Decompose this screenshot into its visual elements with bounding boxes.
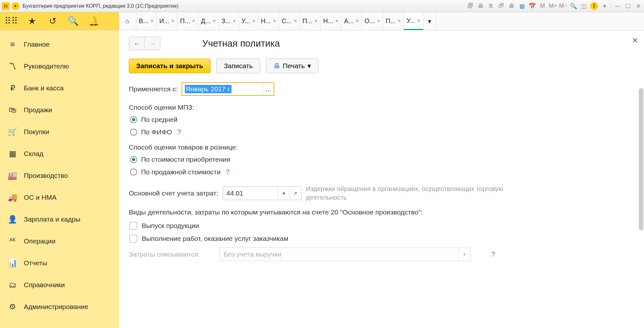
sidebar-label: Склад (24, 150, 43, 158)
tab-close-icon[interactable]: × (252, 18, 255, 24)
tab-1[interactable]: И...× (157, 12, 178, 30)
tab-close-icon[interactable]: × (355, 18, 359, 24)
scrollbar[interactable] (639, 88, 643, 325)
memory-mplus-icon[interactable]: M+ (549, 2, 557, 10)
sidebar-item-4[interactable]: 🛒Покупки (0, 121, 119, 143)
retail-cost-option[interactable]: По стоимости приобретения (129, 156, 634, 163)
info-icon[interactable]: i (590, 2, 598, 10)
apps-grid-icon[interactable]: ⠿⠿ (6, 16, 17, 27)
chk-output-option[interactable]: Выпуск продукции (129, 222, 634, 230)
tab-close-icon[interactable]: × (294, 18, 297, 24)
tab-10[interactable]: А...× (341, 12, 362, 30)
sidebar-item-6[interactable]: 🏭Производство (0, 165, 119, 187)
sidebar-item-8[interactable]: 👤Зарплата и кадры (0, 208, 119, 230)
print-button[interactable]: 🖶 Печать ▾ (266, 59, 318, 73)
mpz-avg-option[interactable]: По средней (129, 116, 634, 123)
sidebar-item-12[interactable]: ⚙Администрирование (0, 296, 119, 318)
history-icon[interactable]: ↺ (47, 16, 58, 27)
memory-mminus-icon[interactable]: M− (559, 2, 567, 10)
tab-label: Д... (201, 17, 211, 25)
help-icon[interactable]: ? (491, 250, 495, 259)
panel-icon[interactable]: ◫ (580, 2, 588, 10)
tab-8[interactable]: П...× (300, 12, 321, 30)
checkbox-icon (129, 222, 137, 230)
sidebar-item-7[interactable]: 🚚ОС и НМА (0, 187, 119, 208)
tab-4[interactable]: З...× (219, 12, 239, 30)
tab-close-icon[interactable]: × (377, 18, 380, 24)
tab-close-icon[interactable]: × (398, 18, 401, 24)
tab-7[interactable]: С...× (279, 12, 300, 30)
account-open-button[interactable]: ↗ (289, 187, 301, 200)
app-menu-button[interactable]: ▼ (12, 2, 19, 10)
account-field[interactable]: 44.01 ▾ ↗ (223, 187, 301, 200)
sidebar-item-3[interactable]: 🛍Продажи (0, 99, 119, 121)
calendar-icon[interactable]: 📅 (528, 2, 536, 10)
tab-close-icon[interactable]: × (273, 18, 276, 24)
mpz-fifo-option[interactable]: По ФИФО ? (129, 128, 634, 136)
date-picker-button[interactable]: … (263, 83, 274, 95)
tab-12[interactable]: П...× (383, 12, 404, 30)
retail-sale-option[interactable]: По продажной стоимости ? (129, 168, 634, 176)
tab-6[interactable]: Н...× (258, 12, 279, 30)
account-hint: Издержки обращения в организациях, осуще… (306, 185, 506, 202)
sidebar-label: Покупки (24, 128, 49, 136)
tab-close-icon[interactable]: × (171, 18, 175, 24)
save-button[interactable]: Записать (216, 59, 260, 73)
close-window-icon[interactable]: ✕ (634, 2, 642, 10)
tabs-overflow-button[interactable]: ▾ (423, 12, 436, 30)
sidebar-label: Производство (24, 172, 68, 179)
nav-forward-button[interactable]: → (145, 37, 160, 50)
help-icon[interactable]: ? (226, 168, 230, 176)
notifications-icon[interactable]: 🔔 (88, 16, 99, 27)
nav-back-button[interactable]: ← (129, 37, 145, 50)
sidebar-icon: 🚚 (8, 193, 17, 202)
sidebar-label: Зарплата и кадры (24, 215, 80, 223)
chk-services-label: Выполнение работ, оказание услуг заказчи… (142, 235, 288, 242)
tab-close-icon[interactable]: × (314, 18, 318, 24)
tab-close-icon[interactable]: × (417, 17, 421, 24)
calculator-icon[interactable]: ▦ (518, 2, 526, 10)
tab-13[interactable]: У...× (404, 12, 423, 30)
tab-close-icon[interactable]: × (335, 18, 339, 24)
tab-3[interactable]: Д...× (198, 12, 219, 30)
tab-close-icon[interactable]: × (232, 18, 236, 24)
tab-9[interactable]: Н...× (321, 12, 342, 30)
sidebar-item-2[interactable]: ₽Банк и касса (0, 77, 119, 99)
toolbar-doc-icon[interactable]: 🗎 (487, 2, 495, 10)
tab-close-icon[interactable]: × (213, 18, 216, 24)
sidebar-item-0[interactable]: ≡Главное (0, 33, 119, 55)
memory-m-icon[interactable]: M (539, 2, 546, 10)
sidebar-item-5[interactable]: ▦Склад (0, 143, 119, 165)
tab-close-icon[interactable]: × (192, 18, 195, 24)
sidebar-item-9[interactable]: ᴬᴷОперации (0, 230, 119, 252)
toolbar-save-icon[interactable]: 🗐 (467, 2, 474, 10)
sidebar-item-10[interactable]: 📊Отчеты (0, 252, 119, 274)
chk-services-option[interactable]: Выполнение работ, оказание услуг заказчи… (129, 235, 634, 242)
minimize-icon[interactable]: — (614, 2, 621, 10)
sidebar-item-11[interactable]: 🗂Справочники (0, 274, 119, 296)
save-and-close-button[interactable]: Записать и закрыть (129, 59, 211, 73)
favorites-icon[interactable]: ★ (26, 16, 37, 27)
applies-from-field[interactable]: Январь 2017 г. … (182, 82, 274, 96)
account-dropdown-button[interactable]: ▾ (278, 187, 289, 200)
radio-icon (130, 116, 137, 123)
toolbar-print-icon[interactable]: 🖶 (477, 2, 485, 10)
sidebar-item-1[interactable]: 〽Руководителю (0, 55, 119, 77)
main-content: ✕ ← → Учетная политика Записать и закрыт… (119, 30, 644, 328)
mpz-section-label: Способ оценки МПЗ: (129, 104, 634, 111)
tab-home[interactable]: ⌂ (119, 12, 136, 30)
tab-0[interactable]: В...× (136, 12, 157, 30)
toolbar-compare-icon[interactable]: 🗗 (497, 2, 505, 10)
tab-close-icon[interactable]: × (150, 18, 154, 24)
zoom-icon[interactable]: 🔍 (570, 2, 577, 10)
info-dropdown-icon[interactable]: ▾ (601, 2, 608, 10)
help-icon[interactable]: ? (177, 128, 181, 136)
tab-2[interactable]: П...× (177, 12, 198, 30)
tab-5[interactable]: У...× (239, 12, 258, 30)
maximize-icon[interactable]: ☐ (624, 2, 632, 10)
tab-11[interactable]: О...× (362, 12, 383, 30)
search-icon[interactable]: 🔍 (68, 16, 79, 27)
scrollbar-thumb[interactable] (639, 88, 643, 230)
close-page-icon[interactable]: ✕ (632, 36, 638, 45)
toolbar-print2-icon[interactable]: 🖶 (508, 2, 516, 10)
